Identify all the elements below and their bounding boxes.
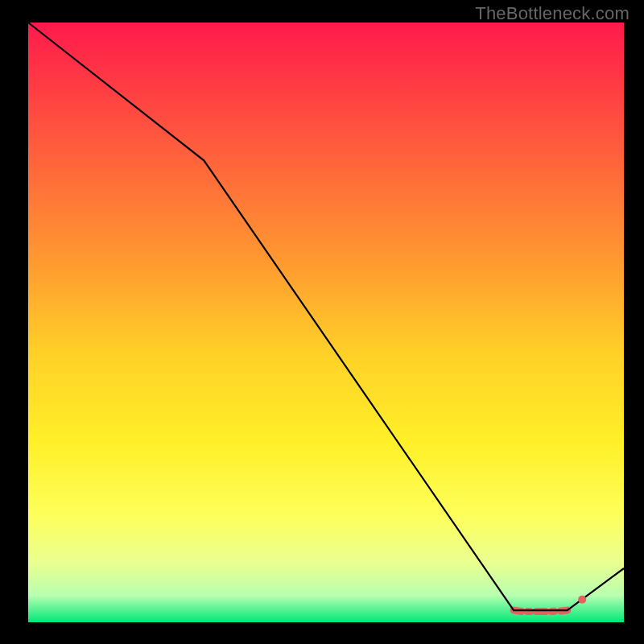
watermark-text: TheBottleneck.com (475, 3, 630, 24)
plot-background (28, 23, 624, 622)
end-dot (578, 596, 586, 604)
bottleneck-chart (0, 0, 644, 644)
